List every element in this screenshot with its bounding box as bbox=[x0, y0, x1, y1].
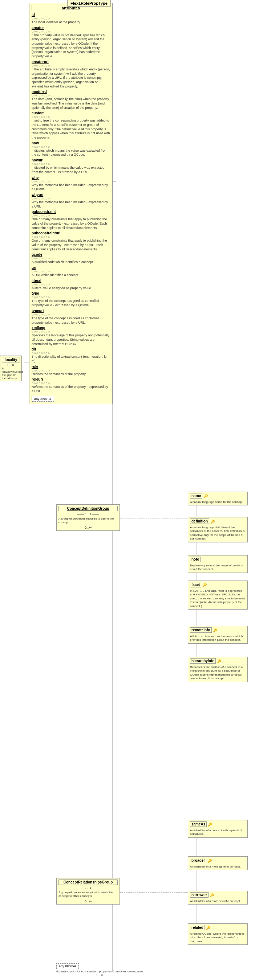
concept-rel-group-range-top: ─── 1...1 ─── bbox=[59, 886, 118, 890]
attr-role-desc: Refines the semantics of the property. bbox=[32, 372, 110, 377]
attr-pubconstrainturi: pubconstrainturi ○○○○○○○○ One or many co… bbox=[32, 231, 110, 251]
prop-broader-desc: An identifier of a more general concept. bbox=[190, 865, 245, 869]
locality-name: locality bbox=[2, 357, 20, 363]
attr-creatoruri-desc: If the attribute is empty, specifies whi… bbox=[32, 67, 110, 89]
prop-definition-key-icon: 🔑 bbox=[210, 520, 215, 523]
attr-whyuri-desc: Why the metadata has been included - exp… bbox=[32, 200, 110, 208]
prop-remoteinfo-label: remoteInfo bbox=[190, 627, 212, 633]
attr-typeuri-dots: ○○○○○○○○ bbox=[32, 313, 110, 317]
attr-howuri: howuri ○○○○○○○○ Indicated by which means… bbox=[32, 158, 110, 174]
attr-pubconstrainturi-dots: ○○○○○○○○ bbox=[32, 235, 110, 239]
attr-id-dots: ○○○○○○○○ bbox=[32, 17, 110, 20]
prop-name-key-icon: 🔑 bbox=[203, 494, 208, 498]
attr-pubconstrainturi-name: pubconstrainturi bbox=[32, 231, 110, 235]
prop-facet-desc: In NAR 1.8 and later, facet is deprecate… bbox=[190, 589, 245, 608]
attr-custom-dots: ○○○○○○○○ bbox=[32, 115, 110, 119]
locality-box: locality 0...∞ A (city/town/village etc,… bbox=[0, 356, 22, 381]
attr-role: role ○○○○○○○○ Refines the semantics of t… bbox=[32, 364, 110, 377]
attr-type-name: type bbox=[32, 291, 110, 295]
prop-note-desc: Explanatory natural language information… bbox=[190, 564, 245, 571]
any-other-container: any ##other bbox=[32, 396, 110, 402]
attr-xmllang-desc: Specifies the language of this property … bbox=[32, 333, 110, 346]
concept-def-group-range-bottom: 0...∞ bbox=[59, 526, 118, 529]
attr-dir-dots: ○○○○○○○○ bbox=[32, 351, 110, 355]
prop-definition-desc: A natural language definition of the sem… bbox=[190, 526, 245, 541]
prop-remoteinfo-header: remoteInfo 🔑 bbox=[190, 627, 245, 633]
prop-note-header: note bbox=[190, 557, 245, 563]
prop-name-header: name 🔑 bbox=[190, 493, 245, 499]
attr-id-name: id bbox=[32, 13, 110, 17]
attr-uri-dots: ○○○○○○○○ bbox=[32, 270, 110, 273]
prop-hierarchyinfo-header: hierarchyInfo 🔑 bbox=[190, 658, 245, 664]
prop-remoteinfo-key-icon: 🔑 bbox=[213, 628, 217, 632]
attr-pubconstraint-name: pubconstraint bbox=[32, 210, 110, 214]
attr-id-desc: The local identifier of the property. bbox=[32, 20, 110, 25]
attr-qcode: qcode ○○○○○○○○ A qualified code which id… bbox=[32, 253, 110, 264]
prop-facet-key-icon: 🔑 bbox=[202, 583, 207, 587]
prop-definition-box: definition 🔑 A natural language definiti… bbox=[188, 517, 248, 542]
attr-literal: literal ○○○○○○○○ A literal value assigne… bbox=[32, 278, 110, 291]
concept-def-group-range-top: ─── 1...1 ─── bbox=[59, 512, 118, 516]
prop-facet-label: facet bbox=[190, 582, 201, 587]
prop-sameas-box: sameAs 🔑 An identifier of a concept with… bbox=[188, 820, 248, 838]
attr-roleuri-dots: ○○○○○○○○ bbox=[32, 381, 110, 385]
attr-qcode-dots: ○○○○○○○○ bbox=[32, 256, 110, 260]
prop-definition-header: definition 🔑 bbox=[190, 519, 245, 525]
prop-narrower-box: narrower 🔑 An identifier of a more speci… bbox=[188, 891, 248, 905]
attr-howuri-name: howuri bbox=[32, 158, 110, 162]
attr-uri-desc: A URI which identifies a concept. bbox=[32, 273, 110, 278]
any-other-bottom-text: any ##other bbox=[59, 964, 76, 968]
attr-role-dots: ○○○○○○○○ bbox=[32, 369, 110, 372]
prop-facet-box: facet 🔑 In NAR 1.8 and later, facet is d… bbox=[188, 581, 248, 609]
attr-dir-desc: The directionality of textual content (e… bbox=[32, 355, 110, 363]
attr-how: how ○○○○○○○○ Indicates which means the v… bbox=[32, 141, 110, 157]
attr-custom: custom ○○○○○○○○ If set to true the corre… bbox=[32, 111, 110, 140]
attr-typeuri-desc: The type of the concept assigned as cont… bbox=[32, 317, 110, 325]
prop-definition-label: definition bbox=[190, 519, 209, 524]
attr-custom-desc: If set to true the corresponding propert… bbox=[32, 119, 110, 140]
attr-modified-desc: The date (and, optionally, the time) whe… bbox=[32, 97, 110, 110]
attr-pubconstraint: pubconstraint ○○○○○○○○ One or many const… bbox=[32, 210, 110, 230]
attr-howuri-desc: Indicated by which means the value was e… bbox=[32, 166, 110, 174]
prop-sameas-header: sameAs 🔑 bbox=[190, 821, 245, 827]
locality-range: 0...∞ bbox=[2, 363, 20, 367]
prop-remoteinfo-desc: A link to an item or a web resource whic… bbox=[190, 635, 245, 642]
prop-narrower-key-icon: 🔑 bbox=[210, 893, 214, 897]
attr-creatoruri: creatoruri ○○○○○○○○ If the attribute is … bbox=[32, 60, 110, 89]
prop-sameas-desc: An identifier of a concept with equivale… bbox=[190, 829, 245, 836]
prop-name-desc: A natural language name for the concept. bbox=[190, 500, 245, 504]
attr-dir: dir ○○○○○○○○ The directionality of textu… bbox=[32, 347, 110, 363]
prop-name-label: name bbox=[190, 493, 202, 498]
attr-typeuri-name: typeuri bbox=[32, 309, 110, 313]
title-text: Flex1RolePropType bbox=[70, 1, 108, 5]
prop-related-header: related 🔑 bbox=[190, 925, 245, 931]
attr-creatoruri-dots: ○○○○○○○○ bbox=[32, 64, 110, 67]
attr-uri: uri ○○○○○○○○ A URI which identifies a co… bbox=[32, 266, 110, 278]
any-other-bottom-range: 0...∞ bbox=[56, 973, 143, 977]
prop-broader-label: broader bbox=[190, 858, 206, 863]
prop-sameas-label: sameAs bbox=[190, 821, 207, 827]
title-box: Flex1RolePropType bbox=[67, 0, 111, 6]
diagram: Flex1RolePropType attributes id ○○○○○○○○… bbox=[0, 0, 255, 980]
attr-qcode-name: qcode bbox=[32, 253, 110, 256]
attr-xmllang-dots: ○○○○○○○○ bbox=[32, 330, 110, 333]
attr-pubconstrainturi-desc: One or many constraints that apply to pu… bbox=[32, 239, 110, 251]
attr-custom-name: custom bbox=[32, 111, 110, 115]
prop-note-label: note bbox=[190, 557, 201, 562]
attr-id: id ○○○○○○○○ The local identifier of the … bbox=[32, 13, 110, 25]
attr-whyuri-dots: ○○○○○○○○ bbox=[32, 197, 110, 200]
attr-modified-name: modified bbox=[32, 90, 110, 94]
attr-typeuri: typeuri ○○○○○○○○ The type of the concept… bbox=[32, 309, 110, 325]
attr-whyuri: whyuri ○○○○○○○○ Why the metadata has bee… bbox=[32, 192, 110, 208]
prop-hierarchyinfo-key-icon: 🔑 bbox=[217, 659, 221, 663]
any-other-bottom-box: any ##other bbox=[56, 963, 79, 969]
attr-why: why ○○○○○○○○ Why the metadata has been i… bbox=[32, 176, 110, 192]
attr-creator: creator ○○○○○○○○ If the property value i… bbox=[32, 26, 110, 59]
attr-type-desc: The type of the concept assigned as cont… bbox=[32, 299, 110, 307]
attr-how-name: how bbox=[32, 141, 110, 145]
attr-roleuri-desc: Refines the semantics of the property - … bbox=[32, 385, 110, 393]
attr-howuri-dots: ○○○○○○○○ bbox=[32, 162, 110, 166]
locality-desc: A (city/town/village etc, part of the ad… bbox=[2, 367, 20, 380]
attr-why-dots: ○○○○○○○○ bbox=[32, 180, 110, 183]
prop-facet-header: facet 🔑 bbox=[190, 582, 245, 588]
